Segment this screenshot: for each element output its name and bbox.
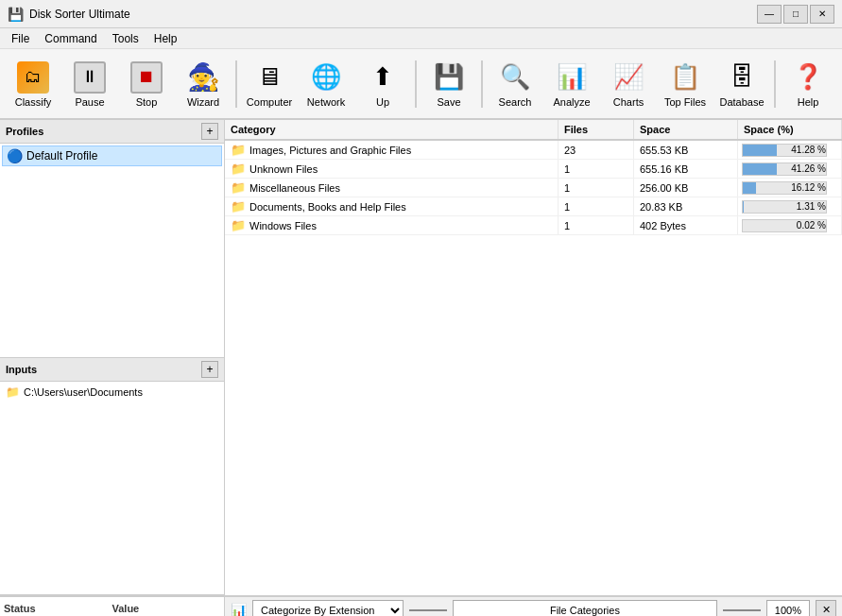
- toolbar-charts-label: Charts: [613, 96, 644, 108]
- toolbar-database-label: Database: [719, 96, 764, 108]
- toolbar-charts[interactable]: 📈 Charts: [601, 54, 656, 114]
- table-row[interactable]: 📁 Documents, Books and Help Files 1 20.8…: [225, 197, 842, 216]
- bottom-toolbar-sep2: [723, 609, 761, 611]
- profiles-add-button[interactable]: +: [201, 123, 218, 140]
- toolbar-pause[interactable]: ⏸ Pause: [62, 54, 117, 114]
- td-space: 655.53 KB: [634, 141, 738, 159]
- app-icon: 💾: [8, 7, 24, 22]
- inputs-title: Inputs: [6, 364, 37, 375]
- toolbar-help-label: Help: [798, 96, 819, 108]
- file-categories-label: File Categories: [453, 600, 717, 617]
- toolbar-network-label: Network: [307, 96, 345, 108]
- toolbar-analyze[interactable]: 📊 Analyze: [544, 54, 599, 114]
- bottom-toolbar: 📊 Categorize By Extension File Categorie…: [225, 597, 842, 616]
- toolbar-computer[interactable]: 🖥 Computer: [242, 54, 297, 114]
- toolbar-separator-1: [235, 60, 237, 108]
- percent-button[interactable]: 100%: [766, 600, 810, 617]
- category-name: Windows Files: [249, 220, 317, 231]
- td-space: 655.16 KB: [634, 160, 738, 178]
- toolbar-computer-label: Computer: [247, 96, 292, 108]
- td-spacepct: 41.28 %: [738, 141, 842, 159]
- status-col2: Value: [112, 603, 221, 614]
- td-category: 📁 Windows Files: [225, 216, 558, 234]
- profile-icon: 🔵: [7, 148, 23, 163]
- profiles-header: Profiles +: [0, 120, 224, 144]
- status-header: Status Value: [4, 601, 220, 616]
- td-files: 1: [558, 216, 634, 234]
- toolbar-stop-label: Stop: [136, 96, 158, 108]
- profiles-section: Profiles + 🔵 Default Profile: [0, 120, 224, 358]
- inputs-header: Inputs +: [0, 358, 224, 382]
- category-name: Images, Pictures and Graphic Files: [249, 145, 411, 156]
- table-row[interactable]: 📁 Windows Files 1 402 Bytes 0.02 %: [225, 216, 842, 235]
- input-path[interactable]: 📁 C:\Users\user\Documents: [2, 384, 222, 401]
- inputs-content: 📁 C:\Users\user\Documents: [0, 382, 224, 595]
- bottom-section: Status Value Processed Dirs 17 Processed…: [0, 595, 842, 616]
- toolbar-classify-label: Classify: [15, 96, 52, 108]
- table-row[interactable]: 📁 Images, Pictures and Graphic Files 23 …: [225, 141, 842, 160]
- td-spacepct: 16.12 %: [738, 179, 842, 197]
- toolbar-network[interactable]: 🌐 Network: [299, 54, 353, 114]
- categorize-select[interactable]: Categorize By Extension: [252, 600, 404, 617]
- th-category[interactable]: Category: [225, 120, 558, 139]
- main-layout: Profiles + 🔵 Default Profile Inputs + 📁 …: [0, 120, 842, 595]
- category-name: Miscellaneous Files: [249, 182, 340, 194]
- maximize-button[interactable]: □: [783, 5, 808, 24]
- status-panel: Status Value Processed Dirs 17 Processed…: [0, 597, 225, 616]
- th-files[interactable]: Files: [558, 120, 634, 139]
- toolbar-wizard-label: Wizard: [187, 96, 219, 108]
- inputs-add-button[interactable]: +: [201, 361, 218, 378]
- input-folder-icon: 📁: [6, 385, 20, 399]
- td-category: 📁 Unknown Files: [225, 160, 558, 178]
- main-table-body: 📁 Images, Pictures and Graphic Files 23 …: [225, 141, 842, 595]
- folder-icon: 📁: [231, 180, 246, 195]
- toolbar-topfiles-label: Top Files: [664, 96, 706, 108]
- toolbar-search-label: Search: [499, 96, 532, 108]
- folder-icon: 📁: [231, 143, 246, 157]
- toolbar-database[interactable]: 🗄 Database: [714, 54, 769, 114]
- folder-icon: 📁: [231, 199, 246, 214]
- categorize-icon: 📊: [231, 603, 247, 617]
- menu-tools[interactable]: Tools: [105, 30, 146, 47]
- toolbar-up[interactable]: ⬆ Up: [355, 54, 410, 114]
- profiles-content: 🔵 Default Profile: [0, 144, 224, 357]
- close-bottom-button[interactable]: ✕: [816, 600, 836, 617]
- profile-default[interactable]: 🔵 Default Profile: [2, 145, 222, 166]
- toolbar-search[interactable]: 🔍 Search: [488, 54, 542, 114]
- toolbar: 🗂 Classify ⏸ Pause ⏹ Stop 🧙 Wizard 🖥 Com…: [0, 49, 842, 120]
- td-category: 📁 Images, Pictures and Graphic Files: [225, 141, 558, 159]
- toolbar-stop[interactable]: ⏹ Stop: [119, 54, 174, 114]
- title-bar: 💾 Disk Sorter Ultimate — □ ✕: [0, 0, 842, 28]
- menu-file[interactable]: File: [4, 30, 37, 47]
- main-table-header: Category Files Space Space (%): [225, 120, 842, 141]
- toolbar-topfiles[interactable]: 📋 Top Files: [658, 54, 713, 114]
- td-space: 20.83 KB: [634, 197, 738, 215]
- td-category: 📁 Documents, Books and Help Files: [225, 197, 558, 215]
- td-files: 1: [558, 197, 634, 215]
- td-files: 1: [558, 160, 634, 178]
- minimize-button[interactable]: —: [757, 5, 782, 24]
- toolbar-pause-label: Pause: [75, 96, 104, 108]
- th-spacepct[interactable]: Space (%): [738, 120, 842, 139]
- td-spacepct: 41.26 %: [738, 160, 842, 178]
- folder-icon: 📁: [231, 218, 246, 232]
- td-files: 23: [558, 141, 634, 159]
- table-row[interactable]: 📁 Miscellaneous Files 1 256.00 KB 16.12 …: [225, 179, 842, 197]
- close-button[interactable]: ✕: [810, 5, 834, 24]
- profiles-title: Profiles: [6, 126, 43, 137]
- toolbar-save[interactable]: 💾 Save: [421, 54, 476, 114]
- inputs-section: Inputs + 📁 C:\Users\user\Documents: [0, 358, 224, 596]
- toolbar-wizard[interactable]: 🧙 Wizard: [176, 54, 231, 114]
- bottom-toolbar-sep1: [409, 609, 447, 611]
- toolbar-classify[interactable]: 🗂 Classify: [6, 54, 60, 114]
- toolbar-help[interactable]: ❓ Help: [781, 54, 835, 114]
- table-row[interactable]: 📁 Unknown Files 1 655.16 KB 41.26 %: [225, 160, 842, 179]
- toolbar-separator-2: [415, 60, 417, 108]
- menu-command[interactable]: Command: [37, 30, 104, 47]
- menu-help[interactable]: Help: [146, 30, 185, 47]
- toolbar-separator-3: [481, 60, 483, 108]
- title-bar-title: Disk Sorter Ultimate: [29, 8, 130, 21]
- toolbar-up-label: Up: [376, 96, 389, 108]
- bottom-right: 📊 Categorize By Extension File Categorie…: [225, 597, 842, 616]
- th-space[interactable]: Space: [634, 120, 738, 139]
